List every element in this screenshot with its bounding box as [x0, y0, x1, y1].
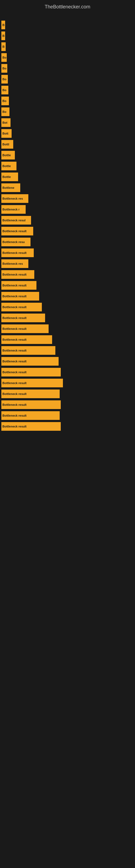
bar-row: Bottleneck result [0, 227, 135, 236]
bar: Bo [1, 64, 7, 73]
bar-row: Bottleneck result [0, 390, 135, 398]
bar-label: Bo [2, 99, 6, 102]
bar-label: Bottleneck res [2, 262, 23, 265]
bar-row: Bottle [0, 151, 135, 159]
bar-label: Bo [2, 78, 6, 81]
bar-row: Bottleneck result [0, 281, 135, 290]
bar-row: Bottle [0, 162, 135, 170]
bar-row: Bo [0, 86, 135, 94]
bar-row: Bo [0, 97, 135, 105]
bar: Bottleneck result [1, 227, 33, 236]
bar-label: Bottleneck result [2, 392, 27, 396]
bar-row: Bottleneck result [0, 411, 135, 420]
bar-row: Bo [0, 75, 135, 84]
bar: Bottleneck result [1, 324, 49, 333]
bar: Bottleneck result [1, 314, 45, 322]
bar: B [1, 42, 6, 51]
bar-label: Bottle [2, 164, 11, 167]
bar-row: Bottleneck result [0, 292, 135, 301]
bar-row: Bottleneck result [0, 303, 135, 311]
bar-row: Bottleneck result [0, 368, 135, 376]
bar-label: Bottleneck result [2, 327, 27, 330]
bar: Bottleneck result [1, 400, 61, 409]
bar: Bottleneck result [1, 390, 60, 398]
bar: Bottleneck result [1, 303, 42, 311]
bar: Bottleneck resul [1, 216, 31, 225]
bar-label: Bottleneck r [2, 208, 20, 211]
bar: Bottleneck result [1, 379, 63, 388]
bar: Bottle [1, 162, 16, 170]
bar-row: Bottleneck res [0, 194, 135, 203]
bar: Bo [1, 97, 9, 105]
bar: Bottleneck result [1, 368, 61, 376]
bar-label: B [2, 45, 5, 48]
bar-row: Bo [0, 64, 135, 73]
bar-row: Bottleneck result [0, 357, 135, 366]
bars-container: BBBBoBoBoBoBoBoBotBottBottlBottleBottleB… [0, 12, 135, 436]
bar-label: Bottleneck resul [2, 219, 26, 222]
bar-row: Bottle [0, 173, 135, 181]
bar-label: Bottleneck result [2, 294, 27, 298]
bar-row: Bottleneck result [0, 314, 135, 322]
bar: Bot [1, 118, 10, 127]
bar: Bottle [1, 173, 18, 181]
bar-row: B [0, 31, 135, 40]
bar-label: Bot [2, 121, 7, 124]
bar-row: Bottleneck result [0, 248, 135, 257]
bar-label: Bo [2, 67, 6, 70]
bar: Bottleneck result [1, 270, 34, 279]
bar-label: Bo [2, 56, 6, 59]
bar: Bo [1, 53, 7, 62]
site-title: TheBottlenecker.com [0, 0, 135, 12]
bar-label: Bottleneck result [2, 316, 27, 319]
bar-label: Bottleneck res [2, 197, 23, 200]
bar: Bottleneck result [1, 248, 34, 257]
bar-row: Bottleneck result [0, 400, 135, 409]
bar: Bott [1, 129, 12, 138]
bar-label: Bottleneck result [2, 229, 27, 233]
bar-row: Bottleneck result [0, 324, 135, 333]
bar-label: Bottleneck result [2, 251, 27, 254]
bar-label: Bottleneck result [2, 414, 27, 417]
bar-row: Bottleneck result [0, 379, 135, 388]
bar: Bottle [1, 151, 15, 159]
bar-label: Bottleneck result [2, 284, 27, 287]
bar-label: Bottleneck result [2, 349, 27, 352]
bar-label: Bo [2, 110, 6, 113]
bar: Bottleneck result [1, 281, 37, 290]
bar-label: Bottleneck result [2, 338, 27, 341]
bar-label: Bottleneck result [2, 305, 27, 309]
bar-row: Bottleneck resul [0, 216, 135, 225]
bar-row: Bottleneck result [0, 422, 135, 431]
bar: B [1, 21, 5, 29]
bar-label: Bo [2, 88, 6, 92]
bar-label: Bottlene [2, 186, 14, 189]
bar-row: Bottlene [0, 183, 135, 192]
bar-row: Bo [0, 107, 135, 116]
bar-label: Bott [2, 132, 8, 135]
bar-label: Bottl [2, 143, 9, 146]
bar-row: Bottleneck result [0, 346, 135, 355]
bar-label: Bottleneck result [2, 360, 27, 363]
bar-row: Bo [0, 53, 135, 62]
bar-label: Bottleneck result [2, 381, 27, 384]
bar-row: B [0, 42, 135, 51]
bar: Bottleneck res [1, 259, 28, 268]
bar: Bottlene [1, 183, 20, 192]
bar-label: Bottle [2, 175, 11, 179]
bar-label: B [2, 23, 5, 27]
bar: Bo [1, 107, 9, 116]
bar-row: Bottleneck r [0, 205, 135, 214]
bar-row: Bottleneck result [0, 335, 135, 344]
bar: Bottleneck result [1, 411, 60, 420]
bar-label: Bottleneck result [2, 273, 27, 276]
bar: Bottleneck result [1, 335, 52, 344]
bar: Bo [1, 75, 8, 84]
bar-row: Bot [0, 118, 135, 127]
bar-label: Bottleneck resu [2, 240, 25, 244]
bar-label: Bottleneck result [2, 371, 27, 374]
bar: B [1, 31, 5, 40]
bar-label: Bottleneck result [2, 425, 27, 428]
bar: Bottleneck r [1, 205, 26, 214]
bar-row: Bottleneck resu [0, 238, 135, 246]
